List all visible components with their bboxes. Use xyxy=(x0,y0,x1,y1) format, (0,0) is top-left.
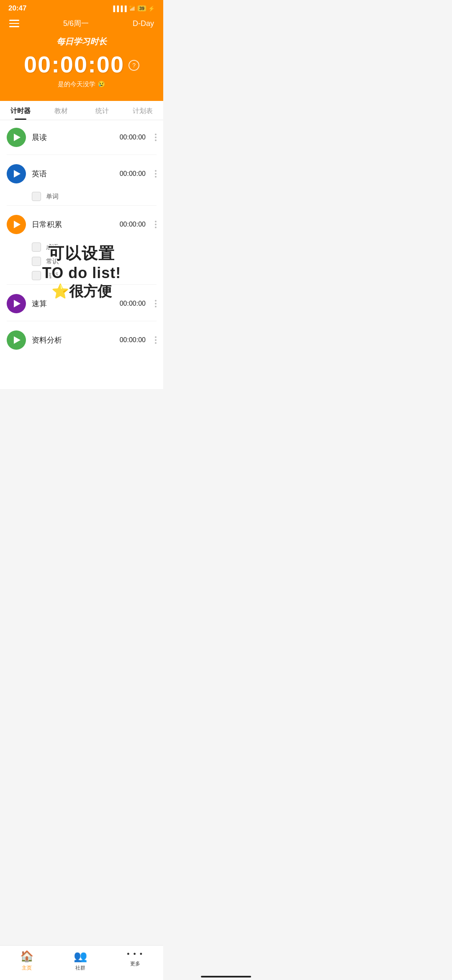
todo-label: 言语 xyxy=(46,272,59,280)
play-icon xyxy=(14,221,21,228)
timer-section: 每日学习时长 00:00:00 ? 是的今天没学 😢 xyxy=(0,32,163,101)
subject-list: 晨读00:00:00英语00:00:00单词日常积累00:00:00成语常识言语… xyxy=(0,120,163,389)
play-icon xyxy=(14,134,21,141)
more-button[interactable] xyxy=(155,170,157,178)
tab-timer[interactable]: 计时器 xyxy=(0,101,41,120)
subject-name: 英语 xyxy=(32,169,114,179)
todo-item: 单词 xyxy=(0,189,163,204)
more-button[interactable] xyxy=(155,300,157,307)
play-button-morning-reading[interactable] xyxy=(7,128,26,147)
app-header: 5/6周一 D-Day xyxy=(0,15,163,32)
subject-row: 日常积累00:00:00 xyxy=(0,207,163,240)
header-title: 5/6周一 xyxy=(63,18,89,28)
wifi-icon: 📶 xyxy=(129,5,136,12)
todo-checkbox[interactable] xyxy=(32,192,41,201)
subject-name: 晨读 xyxy=(32,132,114,142)
subject-row: 资料分析00:00:00 xyxy=(0,323,163,356)
subject-name: 速算 xyxy=(32,299,114,309)
subject-name: 资料分析 xyxy=(32,335,114,345)
charging-icon: ⚡ xyxy=(148,5,155,12)
menu-button[interactable] xyxy=(9,20,19,27)
divider xyxy=(7,155,157,155)
divider xyxy=(7,205,157,206)
subject-name: 日常积累 xyxy=(32,219,114,230)
subject-row: 英语00:00:00 xyxy=(0,157,163,189)
todo-label: 成语 xyxy=(46,243,59,251)
signal-icon: ▐▐▐▐ xyxy=(111,5,127,12)
play-icon xyxy=(14,336,21,344)
help-icon[interactable]: ? xyxy=(128,60,139,71)
more-button[interactable] xyxy=(155,134,157,141)
subject-time: 00:00:00 xyxy=(120,134,146,141)
tab-plan[interactable]: 计划表 xyxy=(123,101,164,120)
tab-stats[interactable]: 统计 xyxy=(82,101,123,120)
play-button-english[interactable] xyxy=(7,164,26,183)
timer-label: 每日学习时长 xyxy=(8,36,155,47)
timer-display: 00:00:00 xyxy=(24,51,124,78)
battery-badge: 39 xyxy=(138,5,146,11)
tab-textbook[interactable]: 教材 xyxy=(41,101,82,120)
todo-item: 常识 xyxy=(0,254,163,268)
divider xyxy=(7,321,157,321)
play-button-daily-accumulation[interactable] xyxy=(7,215,26,234)
subject-time: 00:00:00 xyxy=(120,336,146,344)
divider xyxy=(7,284,157,285)
subject-row: 晨读00:00:00 xyxy=(0,120,163,153)
play-icon xyxy=(14,170,21,178)
play-button-data-analysis[interactable] xyxy=(7,330,26,350)
todo-label: 单词 xyxy=(46,193,59,201)
play-icon xyxy=(14,300,21,307)
todo-checkbox[interactable] xyxy=(32,257,41,266)
timer-display-row: 00:00:00 ? xyxy=(8,51,155,78)
status-icons: ▐▐▐▐ 📶 39 ⚡ xyxy=(111,5,155,12)
tab-bar: 计时器 教材 统计 计划表 xyxy=(0,101,163,120)
todo-item: 言语 xyxy=(0,268,163,283)
more-button[interactable] xyxy=(155,336,157,344)
todo-checkbox[interactable] xyxy=(32,271,41,280)
todo-checkbox[interactable] xyxy=(32,242,41,252)
status-time: 20:47 xyxy=(8,4,26,13)
status-bar: 20:47 ▐▐▐▐ 📶 39 ⚡ xyxy=(0,0,163,15)
dday-button[interactable]: D-Day xyxy=(133,19,154,28)
more-button[interactable] xyxy=(155,221,157,228)
subject-time: 00:00:00 xyxy=(120,221,146,228)
todo-item: 成语 xyxy=(0,240,163,254)
subject-time: 00:00:00 xyxy=(120,170,146,178)
play-button-speed-calc[interactable] xyxy=(7,294,26,313)
subject-time: 00:00:00 xyxy=(120,300,146,307)
timer-sub: 是的今天没学 😢 xyxy=(8,80,155,88)
subject-row: 速算00:00:00 xyxy=(0,286,163,319)
todo-label: 常识 xyxy=(46,258,59,266)
